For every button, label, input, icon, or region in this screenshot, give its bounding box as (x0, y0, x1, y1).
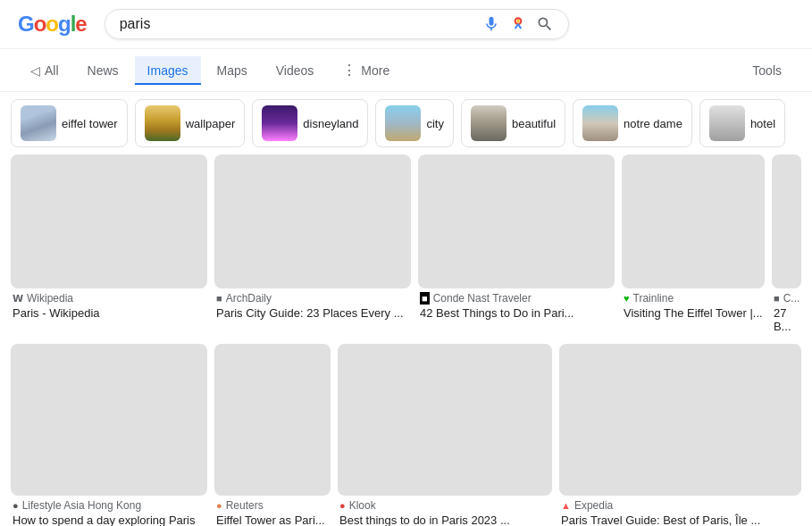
wikipedia-source-label: Wikipedia (27, 292, 73, 305)
image-results-row1: 𝗪 Wikipedia Paris - Wikipedia ■ ArchDail… (0, 154, 812, 337)
reuters-source-label: Reuters (226, 499, 264, 512)
tab-more[interactable]: ⋮ More (330, 54, 402, 86)
cond-nast-icon: ■ (420, 292, 430, 305)
result-klook[interactable]: ● Klook Best things to do in Paris 2023 … (338, 344, 552, 526)
nav-tabs: ◁ All News Images Maps Videos ⋮ More Too… (0, 49, 812, 92)
trainline-source-label: Trainline (633, 292, 674, 305)
archdaily-title: Paris City Guide: 23 Places Every ... (216, 306, 409, 320)
trainline-title: Visiting The Eiffel Tower |... (624, 306, 763, 320)
chip-hotel-label: hotel (750, 117, 775, 130)
tab-news-label: News (88, 63, 119, 78)
search-submit-icon[interactable] (536, 15, 554, 33)
chip-beautiful[interactable]: beautiful (461, 99, 565, 147)
chip-disneyland-thumb (262, 105, 297, 141)
cond-nast-source-label: Conde Nast Traveler (433, 292, 532, 305)
source-reuters: ● Reuters Eiffel Tower as Pari... (214, 496, 331, 526)
expedia-title: Paris Travel Guide: Best of Paris, Île .… (561, 513, 799, 526)
tab-videos[interactable]: Videos (264, 56, 327, 85)
tab-all[interactable]: ◁ All (18, 56, 71, 85)
source-archdaily: ■ ArchDaily Paris City Guide: 23 Places … (214, 288, 411, 323)
tab-maps[interactable]: Maps (205, 56, 260, 85)
tab-all-label: All (45, 63, 59, 78)
last-r1-source-label: C... (783, 292, 800, 305)
reuters-icon: ● (216, 500, 222, 511)
source-klook: ● Klook Best things to do in Paris 2023 … (338, 496, 552, 526)
source-trainline: ♥ Trainline Visiting The Eiffel Tower |.… (622, 288, 765, 323)
chip-hotel[interactable]: hotel (699, 99, 785, 147)
result-last-r1[interactable]: ■ C... 27 B... (772, 154, 801, 337)
chip-beautiful-thumb (471, 105, 506, 141)
chip-bar: eiffel tower wallpaper disneyland city b… (0, 92, 812, 154)
lifestyle-icon: ● (13, 500, 19, 511)
archdaily-source-label: ArchDaily (226, 292, 272, 305)
klook-title: Best things to do in Paris 2023 ... (339, 513, 550, 526)
chip-notre-dame-label: notre dame (624, 117, 682, 130)
trainline-icon: ♥ (624, 293, 630, 304)
svg-point-1 (516, 20, 519, 22)
image-results-row2: ● Lifestyle Asia Hong Kong How to spend … (0, 340, 812, 526)
source-wikipedia: 𝗪 Wikipedia Paris - Wikipedia (11, 288, 207, 323)
tab-tools-label: Tools (752, 63, 782, 78)
header: Google (0, 0, 812, 49)
tab-images[interactable]: Images (135, 56, 201, 85)
search-bar (105, 9, 569, 39)
chip-hotel-thumb (709, 105, 745, 141)
klook-icon: ● (339, 500, 346, 511)
tab-maps-label: Maps (217, 63, 247, 78)
chip-notre-dame[interactable]: notre dame (573, 99, 692, 147)
microphone-icon[interactable] (482, 15, 500, 33)
source-expedia: ▲ Expedia Paris Travel Guide: Best of Pa… (559, 496, 801, 526)
chip-disneyland-label: disneyland (303, 117, 358, 130)
wikipedia-title: Paris - Wikipedia (13, 306, 205, 320)
search-input[interactable] (120, 16, 473, 32)
lens-icon[interactable] (509, 15, 527, 33)
chip-city[interactable]: city (375, 99, 454, 147)
source-cond-nast: ■ Conde Nast Traveler 42 Best Things to … (418, 288, 615, 323)
archdaily-icon: ■ (216, 293, 222, 304)
result-archdaily[interactable]: ■ ArchDaily Paris City Guide: 23 Places … (214, 154, 411, 323)
expedia-icon: ▲ (561, 500, 571, 511)
chip-eiffel-label: eiffel tower (62, 117, 118, 130)
result-expedia[interactable]: ▲ Expedia Paris Travel Guide: Best of Pa… (559, 344, 801, 526)
chip-city-thumb (385, 105, 421, 141)
source-lifestyle: ● Lifestyle Asia Hong Kong How to spend … (11, 496, 207, 526)
chip-disneyland[interactable]: disneyland (252, 99, 368, 147)
tab-tools[interactable]: Tools (740, 56, 794, 85)
lifestyle-source-label: Lifestyle Asia Hong Kong (22, 499, 141, 512)
cond-nast-title: 42 Best Things to Do in Pari... (420, 306, 613, 320)
last-r1-title: 27 B... (774, 306, 799, 333)
tab-images-label: Images (147, 63, 188, 78)
lifestyle-title: How to spend a day exploring Paris (13, 513, 205, 526)
chip-wallpaper-label: wallpaper (186, 117, 236, 130)
result-reuters[interactable]: ● Reuters Eiffel Tower as Pari... (214, 344, 331, 526)
chip-beautiful-label: beautiful (512, 117, 556, 130)
chip-eiffel-thumb (21, 105, 56, 141)
last-r1-icon: ■ (774, 293, 780, 304)
google-logo[interactable]: Google (18, 12, 87, 37)
chip-wallpaper[interactable]: wallpaper (135, 99, 246, 147)
wikipedia-icon: 𝗪 (13, 293, 23, 305)
chip-city-label: city (426, 117, 444, 130)
all-icon: ◁ (30, 63, 40, 78)
chip-eiffel-tower[interactable]: eiffel tower (11, 99, 128, 147)
klook-source-label: Klook (349, 499, 376, 512)
reuters-title: Eiffel Tower as Pari... (216, 513, 329, 526)
expedia-source-label: Expedia (574, 499, 613, 512)
result-wikipedia[interactable]: 𝗪 Wikipedia Paris - Wikipedia (11, 154, 207, 323)
result-lifestyle[interactable]: ● Lifestyle Asia Hong Kong How to spend … (11, 344, 207, 526)
tab-more-label: More (361, 63, 389, 78)
chip-notre-dame-thumb (582, 105, 618, 141)
search-icons (482, 15, 554, 33)
tab-videos-label: Videos (276, 63, 314, 78)
more-dots-icon: ⋮ (342, 62, 356, 79)
source-last-r1: ■ C... 27 B... (772, 288, 801, 337)
chip-wallpaper-thumb (145, 105, 180, 141)
result-cond-nast[interactable]: ■ Conde Nast Traveler 42 Best Things to … (418, 154, 615, 323)
result-trainline[interactable]: ♥ Trainline Visiting The Eiffel Tower |.… (622, 154, 765, 323)
tab-news[interactable]: News (75, 56, 131, 85)
